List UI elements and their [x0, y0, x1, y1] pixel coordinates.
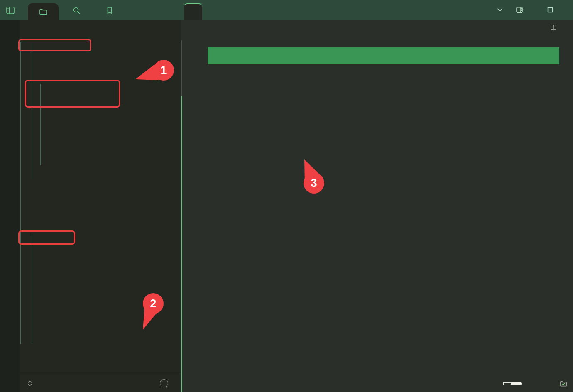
ribbon: [0, 20, 20, 392]
sidebar-scrollbar-thumb[interactable]: [181, 40, 182, 96]
reading-mode-button[interactable]: [549, 23, 558, 32]
maximize-icon: [546, 6, 554, 14]
vault-switcher-row[interactable]: [20, 374, 181, 392]
bookmark-icon: [105, 6, 114, 15]
tab-list-button[interactable]: [496, 6, 504, 14]
editor-pane: [183, 20, 573, 392]
maximize-button[interactable]: [546, 6, 554, 14]
inline-note-title[interactable]: [208, 47, 559, 64]
right-sidebar-toggle-button[interactable]: [515, 6, 524, 14]
vim-mode-badge: [511, 382, 522, 385]
window-actions: [485, 0, 573, 20]
tab-strip: [184, 0, 202, 20]
book-icon: [549, 23, 558, 32]
note-body: [208, 47, 559, 127]
folder-icon: [39, 7, 48, 16]
indent-guide: [32, 43, 32, 179]
panel-right-icon: [515, 6, 524, 14]
sidebar-tab-search[interactable]: [69, 5, 83, 16]
sidebar-tab-bookmarks[interactable]: [103, 5, 117, 16]
panel-left-icon: [5, 5, 16, 16]
folder-check-icon[interactable]: [559, 379, 568, 388]
note-header-actions: [532, 23, 566, 32]
indent-guide: [40, 84, 41, 165]
tab-active[interactable]: [184, 3, 202, 20]
file-explorer: [20, 20, 181, 374]
indent-guide: [32, 235, 32, 344]
title-bar: [0, 0, 573, 20]
chevron-down-icon: [496, 6, 504, 14]
indent-guide: [20, 42, 21, 344]
sidebar-tab-files[interactable]: [28, 3, 59, 20]
explorer-actions: [20, 20, 181, 24]
note-header: [183, 20, 573, 37]
help-button[interactable]: [160, 379, 168, 387]
status-bar: [503, 379, 568, 388]
vim-mode-indicator: [503, 382, 522, 385]
obsidian-window: 123: [0, 0, 573, 392]
chevrons-up-down-icon: [26, 380, 34, 387]
left-sidebar-toggle-button[interactable]: [5, 5, 16, 16]
search-icon: [72, 6, 81, 15]
